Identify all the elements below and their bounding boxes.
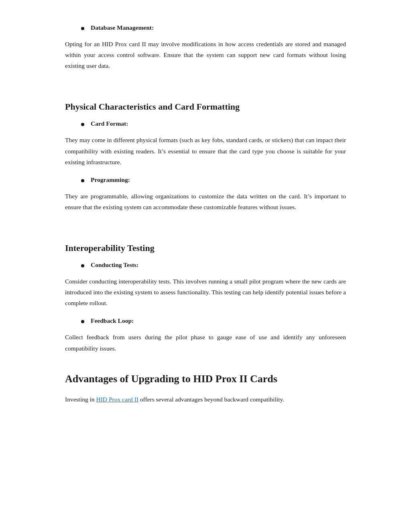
bullet-label-card-format: Card Format: xyxy=(91,120,128,127)
bullet-dot-4 xyxy=(81,264,84,267)
bullet-card-format: Card Format: xyxy=(81,120,346,127)
bullet-dot-1 xyxy=(81,27,84,30)
bullet-label-programming: Programming: xyxy=(91,176,130,183)
bullet-dot-3 xyxy=(81,179,84,182)
para6-after-link: offers several advantages beyond backwar… xyxy=(138,396,284,403)
bullet-label-feedback-loop: Feedback Loop: xyxy=(91,317,134,324)
paragraph-advantages-intro: Investing in HID Prox card II offers sev… xyxy=(65,394,346,405)
major-heading-advantages: Advantages of Upgrading to HID Prox II C… xyxy=(65,373,346,385)
spacer-2 xyxy=(65,221,346,228)
bullet-label-database-management: Database Management: xyxy=(91,24,154,31)
para6-before-link: Investing in xyxy=(65,396,96,403)
bullet-database-management: Database Management: xyxy=(81,24,346,31)
bullet-dot-2 xyxy=(81,123,84,126)
bullet-dot-5 xyxy=(81,320,84,323)
bullet-programming: Programming: xyxy=(81,176,346,183)
section-heading-interoperability: Interoperability Testing xyxy=(65,243,346,253)
section-heading-physical: Physical Characteristics and Card Format… xyxy=(65,102,346,112)
hid-prox-card-link[interactable]: HID Prox card II xyxy=(96,396,138,403)
paragraph-feedback-loop: Collect feedback from users during the p… xyxy=(65,332,346,353)
paragraph-conducting-tests: Consider conducting interoperability tes… xyxy=(65,276,346,308)
paragraph-card-format: They may come in different physical form… xyxy=(65,135,346,167)
paragraph-database-management: Opting for an HID Prox card II may invol… xyxy=(65,39,346,71)
bullet-feedback-loop: Feedback Loop: xyxy=(81,317,346,324)
bullet-conducting-tests: Conducting Tests: xyxy=(81,261,346,269)
spacer-1 xyxy=(65,80,346,87)
bullet-label-conducting-tests: Conducting Tests: xyxy=(91,261,138,269)
page-container: Database Management: Opting for an HID P… xyxy=(33,0,378,446)
paragraph-programming: They are programmable, allowing organiza… xyxy=(65,191,346,212)
